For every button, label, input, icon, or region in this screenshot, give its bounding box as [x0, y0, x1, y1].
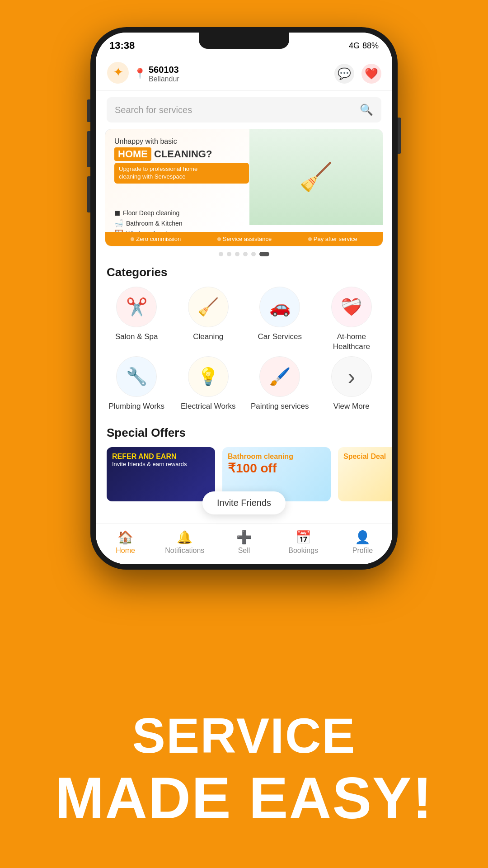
profile-label: Profile — [352, 547, 373, 555]
notifications-label: Notifications — [165, 547, 204, 555]
painting-icon: 🖌️ — [269, 367, 291, 387]
bottom-nav: 🏠 Home 🔔 Notifications ➕ Sell 📅 Bookings… — [96, 524, 392, 564]
banner-image: 🧹 — [249, 129, 383, 225]
banner-feature-2: 🛁 Bathroom & Kitchen — [114, 219, 249, 227]
volume-up-button — [87, 131, 90, 167]
healthcare-icon: ❤️‍🩹 — [341, 297, 362, 317]
category-more[interactable]: › View More — [318, 356, 385, 411]
category-cleaning[interactable]: 🧹 Cleaning — [175, 287, 242, 352]
floor-icon: ◼ — [114, 208, 120, 217]
banner-title-main: HOME CLEANING? — [114, 147, 249, 161]
search-placeholder: Search for services — [115, 105, 355, 115]
pincode: 560103 — [149, 65, 179, 75]
painting-icon-circle: 🖌️ — [259, 356, 300, 397]
dot-6-active[interactable] — [259, 252, 269, 256]
sell-icon: ➕ — [236, 530, 252, 545]
category-healthcare[interactable]: ❤️‍🩹 At-home Healthcare — [318, 287, 385, 352]
tagline-line2: MADE EASY! — [0, 764, 488, 832]
dot-3[interactable] — [235, 252, 239, 256]
car-label: Car Services — [258, 332, 302, 342]
search-icon[interactable]: 🔍 — [360, 104, 373, 116]
refer-subtitle: Invite friends & earn rewards — [112, 461, 210, 467]
notifications-icon: 🔔 — [177, 530, 192, 545]
categories-grid: ✂️ Salon & Spa 🧹 Cleaning 🚗 — [96, 287, 392, 419]
footer-item-3: Pay after service — [308, 236, 357, 242]
chat-icon: 💬 — [338, 67, 351, 80]
app-logo: ✦ — [107, 61, 129, 86]
notch — [199, 33, 289, 49]
car-icon-circle: 🚗 — [259, 287, 300, 327]
search-container: Search for services 🔍 — [96, 91, 392, 129]
battery-icon: 88% — [362, 41, 379, 51]
footer-label-1: Zero commission — [136, 236, 181, 242]
refer-title: REFER AND EARN — [112, 453, 210, 461]
healthcare-icon-circle: ❤️‍🩹 — [331, 287, 372, 327]
nav-bookings[interactable]: 📅 Bookings — [274, 530, 333, 555]
header-right: 💬 ❤️ — [334, 64, 381, 84]
status-time: 13:38 — [109, 40, 135, 52]
offer-refer-earn[interactable]: REFER AND EARN Invite friends & earn rew… — [107, 447, 215, 501]
category-electrical[interactable]: 💡 Electrical Works — [175, 356, 242, 411]
offer-other[interactable]: Special Deal — [338, 447, 392, 501]
dot-5[interactable] — [251, 252, 256, 256]
more-icon-circle: › — [331, 356, 372, 397]
footer-label-2: Service assistance — [223, 236, 272, 242]
plumbing-icon-circle: 🔧 — [116, 356, 157, 397]
dot-4[interactable] — [243, 252, 248, 256]
footer-item-2: Service assistance — [217, 236, 272, 242]
chat-button[interactable]: 💬 — [334, 64, 354, 84]
electrical-icon: 💡 — [197, 367, 219, 387]
discount-badge: ₹100 off — [228, 461, 325, 476]
status-icons: 4G 88% — [349, 41, 379, 51]
category-salon[interactable]: ✂️ Salon & Spa — [103, 287, 170, 352]
banner-highlight: HOME — [114, 147, 151, 161]
home-icon: 🏠 — [117, 530, 133, 545]
banner-feature-1-text: Floor Deep cleaning — [123, 209, 179, 217]
home-label: Home — [116, 547, 135, 555]
more-label: View More — [333, 401, 370, 411]
cleaning-label: Cleaning — [193, 332, 223, 342]
category-painting[interactable]: 🖌️ Painting services — [246, 356, 314, 411]
salon-icon-circle: ✂️ — [116, 287, 157, 327]
bathroom-title: Bathroom cleaning — [228, 453, 325, 461]
nav-profile[interactable]: 👤 Profile — [333, 530, 392, 555]
banner-dots — [96, 246, 392, 262]
refer-earn-content: REFER AND EARN Invite friends & earn rew… — [107, 447, 215, 473]
favorites-button[interactable]: ❤️ — [361, 64, 381, 84]
category-car[interactable]: 🚗 Car Services — [246, 287, 314, 352]
location-info[interactable]: 📍 560103 Bellandur — [134, 65, 179, 83]
bathroom-content: Bathroom cleaning ₹100 off — [222, 447, 331, 481]
other-offer-content: Special Deal — [338, 447, 392, 466]
profile-icon: 👤 — [355, 530, 371, 545]
cleaning-icon-circle: 🧹 — [188, 287, 229, 327]
bookings-icon: 📅 — [296, 530, 311, 545]
categories-title: Categories — [96, 262, 392, 287]
footer-item-1: Zero commission — [131, 236, 181, 242]
nav-home[interactable]: 🏠 Home — [96, 530, 155, 555]
salon-icon: ✂️ — [126, 297, 147, 317]
volume-down-button — [87, 176, 90, 212]
dot-1[interactable] — [219, 252, 223, 256]
volume-button-right — [398, 118, 401, 154]
footer-dot-2 — [217, 237, 221, 241]
worker-icon: 🧹 — [249, 129, 383, 225]
nav-notifications[interactable]: 🔔 Notifications — [155, 530, 214, 555]
category-plumbing[interactable]: 🔧 Plumbing Works — [103, 356, 170, 411]
search-bar[interactable]: Search for services 🔍 — [107, 97, 381, 123]
location-pin-icon: 📍 — [134, 68, 146, 80]
plumbing-label: Plumbing Works — [109, 401, 164, 411]
signal-icon: 4G — [349, 41, 360, 51]
nav-sell[interactable]: ➕ Sell — [214, 530, 273, 555]
painting-label: Painting services — [251, 401, 309, 411]
location-details: 560103 Bellandur — [149, 65, 179, 83]
footer-label-3: Pay after service — [314, 236, 357, 242]
invite-tooltip[interactable]: Invite Friends — [202, 491, 286, 514]
invite-label: Invite Friends — [217, 498, 271, 508]
electrical-label: Electrical Works — [181, 401, 236, 411]
dot-2[interactable] — [227, 252, 231, 256]
footer-dot-3 — [308, 237, 312, 241]
banner-content: Unhappy with basic HOME CLEANING? Upgrad… — [105, 129, 258, 246]
car-icon: 🚗 — [269, 297, 291, 317]
healthcare-label: At-home Healthcare — [318, 332, 385, 352]
banner-tagline-small: Unhappy with basic — [114, 137, 249, 146]
